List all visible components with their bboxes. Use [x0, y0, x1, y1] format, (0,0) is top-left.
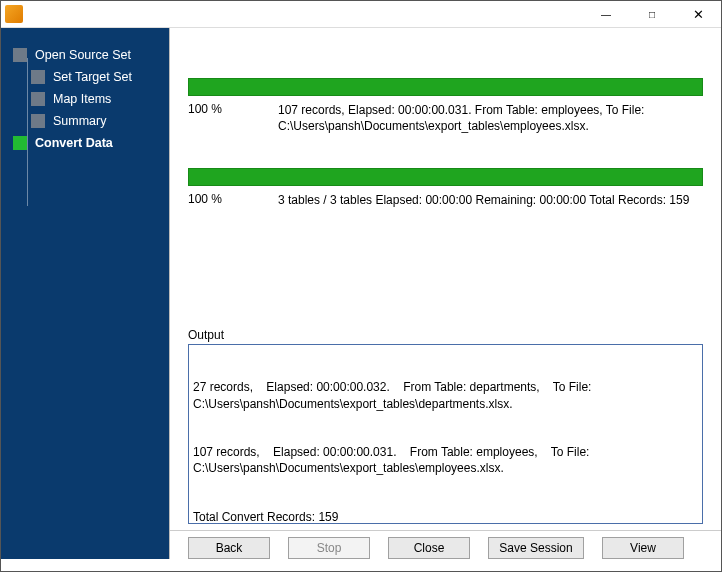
step-box-icon — [31, 114, 45, 128]
step-box-icon — [31, 70, 45, 84]
step-label: Convert Data — [35, 136, 113, 150]
stop-button: Stop — [288, 537, 370, 559]
table-progress-row: 100 % 107 records, Elapsed: 00:00:00.031… — [188, 102, 703, 134]
close-button[interactable]: Close — [388, 537, 470, 559]
step-label: Set Target Set — [53, 70, 132, 84]
title-bar: — □ ✕ — [1, 1, 721, 28]
output-line: 27 records, Elapsed: 00:00:00.032. From … — [193, 379, 698, 411]
step-box-icon — [31, 92, 45, 106]
content-panel: 100 % 107 records, Elapsed: 00:00:00.031… — [169, 28, 721, 559]
save-session-button[interactable]: Save Session — [488, 537, 584, 559]
output-line: Total Convert Records: 159 — [193, 509, 698, 524]
app-icon — [5, 5, 23, 23]
output-line: 107 records, Elapsed: 00:00:00.031. From… — [193, 444, 698, 476]
output-textarea[interactable]: 27 records, Elapsed: 00:00:00.032. From … — [188, 344, 703, 524]
minimize-button[interactable]: — — [583, 1, 629, 27]
overall-progress-bar — [188, 168, 703, 186]
overall-progress-percent: 100 % — [188, 192, 248, 208]
view-button[interactable]: View — [602, 537, 684, 559]
step-label: Summary — [53, 114, 106, 128]
step-box-icon — [13, 48, 27, 62]
step-label: Map Items — [53, 92, 111, 106]
button-bar: Back Stop Close Save Session View — [170, 530, 721, 559]
close-window-button[interactable]: ✕ — [675, 1, 721, 27]
maximize-button[interactable]: □ — [629, 1, 675, 27]
table-progress-bar — [188, 78, 703, 96]
table-progress-percent: 100 % — [188, 102, 248, 134]
table-progress-text: 107 records, Elapsed: 00:00:00.031. From… — [278, 102, 703, 134]
step-box-icon — [13, 136, 27, 150]
overall-progress-row: 100 % 3 tables / 3 tables Elapsed: 00:00… — [188, 192, 703, 208]
overall-progress-text: 3 tables / 3 tables Elapsed: 00:00:00 Re… — [278, 192, 703, 208]
wizard-sidebar: Open Source Set Set Target Set Map Items… — [1, 28, 169, 559]
step-label: Open Source Set — [35, 48, 131, 62]
back-button[interactable]: Back — [188, 537, 270, 559]
output-label: Output — [170, 328, 721, 342]
